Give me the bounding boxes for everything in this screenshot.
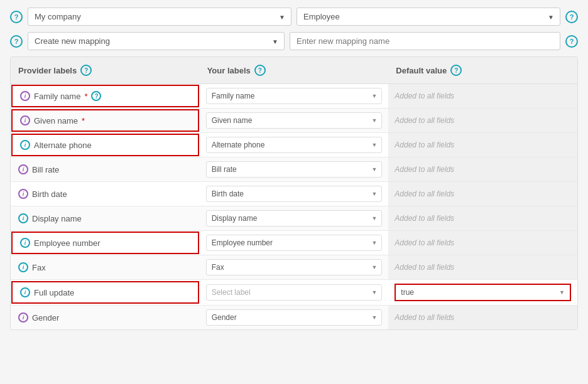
company-help-icon[interactable]: ?	[10, 11, 23, 23]
default-value-text-gender: Added to all fields	[395, 313, 454, 322]
default-value-cell-given-name: Added to all fields	[388, 109, 577, 132]
mapping-help-icon[interactable]: ?	[10, 35, 23, 48]
your-label-select-display-name[interactable]: Display name	[206, 210, 383, 227]
default-value-cell-full-update: true	[388, 280, 577, 305]
your-label-select-wrapper-alternate-phone: Alternate phone	[206, 137, 383, 153]
provider-label-given-name: Given name	[34, 116, 78, 125]
provider-cell-fax: iFax	[11, 257, 200, 277]
your-labels-help-icon[interactable]: ?	[254, 65, 266, 76]
mapping-select[interactable]: Create new mapping	[28, 32, 285, 50]
provider-cell-given-name: iGiven name *	[11, 109, 199, 132]
your-label-select-birth-date[interactable]: Birth date	[206, 186, 383, 202]
your-label-cell-display-name: Display name	[200, 206, 389, 230]
table-header: Provider labels ? Your labels ? Default …	[11, 57, 577, 84]
default-value-text-given-name: Added to all fields	[395, 116, 454, 125]
provider-label-display-name: Display name	[32, 214, 82, 223]
provider-cell-family-name: iFamily name *?	[11, 85, 199, 107]
table-row: iFamily name *?Family nameAdded to all f…	[11, 84, 577, 109]
mapping-select-wrapper: Create new mapping	[28, 32, 285, 50]
table-row: iFull updateSelect labeltrue	[11, 280, 577, 306]
provider-labels-help-icon[interactable]: ?	[80, 65, 92, 76]
default-value-cell-bill-rate: Added to all fields	[388, 157, 577, 181]
employee-select[interactable]: Employee	[297, 8, 560, 26]
employee-help-icon[interactable]: ?	[565, 11, 578, 23]
table-row: iGenderGenderAdded to all fields	[11, 306, 577, 329]
company-select[interactable]: My company	[28, 8, 291, 26]
true-select-wrapper-full-update: true	[395, 284, 571, 301]
mapping-table: Provider labels ? Your labels ? Default …	[10, 56, 578, 330]
provider-label-gender: Gender	[32, 313, 59, 323]
default-value-cell-fax: Added to all fields	[388, 255, 577, 279]
your-label-select-wrapper-bill-rate: Bill rate	[206, 161, 383, 178]
table-row: iFaxFaxAdded to all fields	[11, 255, 577, 280]
default-value-text-display-name: Added to all fields	[395, 214, 454, 223]
provider-label-bill-rate: Bill rate	[32, 165, 59, 174]
default-value-text-fax: Added to all fields	[395, 263, 454, 272]
mapping-name-help-icon[interactable]: ?	[565, 35, 578, 48]
provider-label-family-name: Family name	[34, 92, 80, 101]
provider-label-alternate-phone: Alternate phone	[34, 141, 92, 150]
default-value-cell-birth-date: Added to all fields	[388, 182, 577, 206]
your-label-select-wrapper-employee-number: Employee number	[206, 235, 383, 251]
default-value-text-bill-rate: Added to all fields	[395, 165, 454, 174]
default-value-text-birth-date: Added to all fields	[395, 189, 454, 198]
provider-cell-bill-rate: iBill rate	[11, 159, 200, 179]
default-value-help-icon[interactable]: ?	[450, 65, 462, 76]
info-icon-bill-rate: i	[18, 164, 28, 174]
provider-label-birth-date: Birth date	[32, 189, 67, 199]
true-select-full-update[interactable]: true	[396, 285, 570, 300]
your-label-select-bill-rate[interactable]: Bill rate	[206, 161, 383, 178]
your-label-select-wrapper-birth-date: Birth date	[206, 186, 383, 202]
your-label-select-full-update[interactable]: Select label	[206, 284, 383, 301]
table-row: iDisplay nameDisplay nameAdded to all fi…	[11, 206, 577, 231]
your-label-cell-gender: Gender	[200, 306, 389, 329]
your-label-cell-full-update: Select label	[200, 280, 389, 304]
your-label-select-wrapper-fax: Fax	[206, 259, 383, 275]
your-labels-header: Your labels ?	[200, 62, 389, 78]
company-select-wrapper: My company	[28, 8, 291, 26]
employee-select-wrapper: Employee	[297, 8, 560, 26]
provider-cell-alternate-phone: iAlternate phone	[11, 134, 199, 156]
extra-icon-family-name: ?	[91, 91, 101, 101]
table-row: iBirth dateBirth dateAdded to all fields	[11, 182, 577, 206]
your-label-select-alternate-phone[interactable]: Alternate phone	[206, 137, 383, 153]
provider-label-fax: Fax	[32, 263, 46, 272]
provider-label-full-update: Full update	[34, 288, 74, 297]
info-icon-full-update: i	[20, 287, 30, 297]
default-value-cell-family-name: Added to all fields	[388, 84, 577, 108]
your-label-select-wrapper-given-name: Given name	[206, 112, 383, 129]
your-label-cell-bill-rate: Bill rate	[200, 157, 389, 181]
table-row: iEmployee numberEmployee numberAdded to …	[11, 231, 577, 255]
your-label-select-given-name[interactable]: Given name	[206, 112, 383, 129]
default-value-cell-employee-number: Added to all fields	[388, 231, 577, 255]
provider-cell-gender: iGender	[11, 307, 200, 328]
table-row: iAlternate phoneAlternate phoneAdded to …	[11, 133, 577, 157]
info-icon-alternate-phone: i	[20, 140, 30, 150]
info-icon-given-name: i	[20, 115, 30, 125]
info-icon-fax: i	[18, 262, 28, 272]
top-row-1: ? My company Employee ?	[10, 8, 578, 26]
info-icon-gender: i	[18, 312, 28, 323]
your-label-select-employee-number[interactable]: Employee number	[206, 235, 383, 251]
your-label-select-fax[interactable]: Fax	[206, 259, 383, 275]
table-row: iBill rateBill rateAdded to all fields	[11, 157, 577, 182]
your-label-select-gender[interactable]: Gender	[206, 309, 383, 326]
provider-label-employee-number: Employee number	[34, 238, 101, 248]
top-row-2: ? Create new mapping ?	[10, 32, 578, 50]
your-label-cell-alternate-phone: Alternate phone	[200, 133, 389, 157]
page-wrapper: ? My company Employee ? ? Create new map…	[0, 0, 588, 338]
provider-cell-employee-number: iEmployee number	[11, 232, 199, 254]
default-value-cell-display-name: Added to all fields	[388, 206, 577, 230]
provider-cell-display-name: iDisplay name	[11, 208, 200, 228]
default-value-cell-gender: Added to all fields	[388, 306, 577, 329]
your-label-cell-fax: Fax	[200, 255, 389, 279]
your-label-cell-family-name: Family name	[200, 84, 389, 108]
your-label-select-family-name[interactable]: Family name	[206, 88, 383, 104]
your-label-select-wrapper-gender: Gender	[206, 309, 383, 326]
your-label-cell-birth-date: Birth date	[200, 182, 389, 206]
table-body: iFamily name *?Family nameAdded to all f…	[11, 84, 577, 329]
mapping-name-input[interactable]	[290, 32, 560, 50]
your-label-select-wrapper-full-update: Select label	[206, 284, 383, 301]
your-label-cell-given-name: Given name	[200, 109, 389, 132]
default-value-text-alternate-phone: Added to all fields	[395, 141, 454, 149]
